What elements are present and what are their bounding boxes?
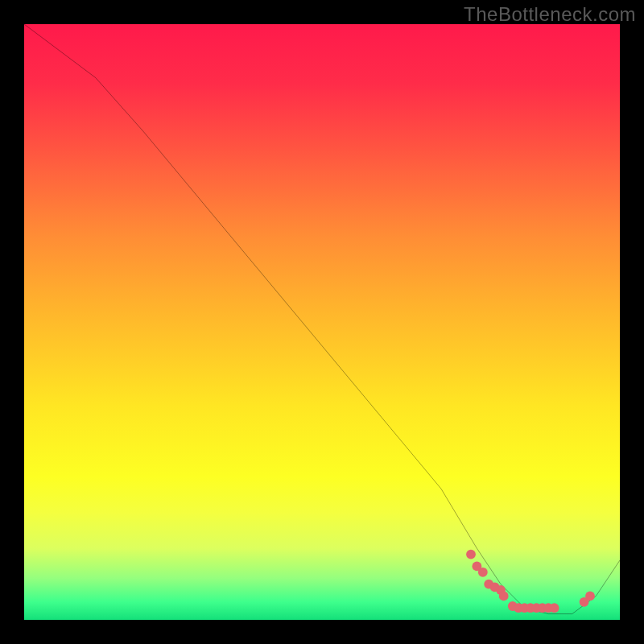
marker-dot: [550, 603, 559, 613]
plot-area: [24, 24, 620, 620]
chart-svg: [24, 24, 620, 620]
marker-dots: [466, 550, 595, 613]
marker-dot: [466, 550, 476, 559]
marker-dot: [478, 568, 488, 577]
curve-line: [24, 24, 620, 614]
marker-dot: [585, 591, 595, 601]
watermark-text: TheBottleneck.com: [464, 3, 636, 26]
chart-frame: TheBottleneck.com: [0, 0, 644, 644]
marker-dot: [499, 591, 509, 601]
